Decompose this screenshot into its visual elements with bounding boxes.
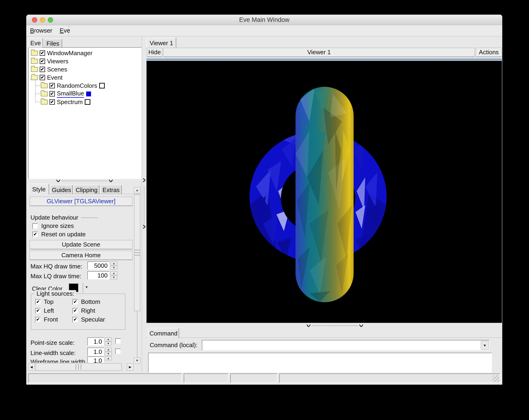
tree-item-label[interactable]: Event xyxy=(47,74,63,81)
spin-up-button[interactable]: ▲ xyxy=(110,262,117,265)
tree-item-windowmanager[interactable]: WindowManager xyxy=(31,49,93,57)
tree-item-label[interactable]: Scenes xyxy=(47,66,67,73)
section-rule xyxy=(81,217,98,218)
tab-clipping[interactable]: Clipping xyxy=(74,185,99,194)
eve-tree-view[interactable]: WindowManager Viewers Scenes Event Rando… xyxy=(28,47,142,179)
folder-icon xyxy=(41,83,48,88)
command-output-area[interactable] xyxy=(148,353,492,373)
light-sources-title: Light sources: xyxy=(35,290,76,297)
scroll-down-button[interactable]: ▼ xyxy=(134,358,140,364)
tab-extras[interactable]: Extras xyxy=(100,185,122,194)
tree-checkbox[interactable] xyxy=(49,91,55,97)
point-size-value[interactable]: 1.0 xyxy=(87,337,104,346)
max-lq-spinner[interactable]: 100 ▲▼ xyxy=(87,271,117,280)
scroll-right-button[interactable]: ▶ xyxy=(127,363,133,371)
line-width-value[interactable]: 1.0 xyxy=(87,348,104,356)
window-title: Eve Main Window xyxy=(26,15,502,25)
folder-icon xyxy=(31,51,38,56)
tree-item-spectrum[interactable]: Spectrum xyxy=(36,98,90,106)
clear-color-dropdown-arrow[interactable]: ▼ xyxy=(85,285,88,289)
scroll-up-button[interactable]: ▲ xyxy=(134,187,140,193)
tree-checkbox[interactable] xyxy=(40,66,45,72)
tree-item-viewers[interactable]: Viewers xyxy=(31,57,68,65)
camera-home-button[interactable]: Camera Home xyxy=(30,251,132,260)
command-input-combo[interactable]: ▼ xyxy=(202,340,490,351)
tab-viewer-1[interactable]: Viewer 1 xyxy=(146,38,176,48)
reset-on-update-checkbox[interactable] xyxy=(32,232,38,237)
vscrollbar-thumb[interactable] xyxy=(134,195,140,311)
light-front-checkbox[interactable] xyxy=(35,317,41,322)
tree-item-label[interactable]: RandomColors xyxy=(57,82,97,89)
glviewer-button[interactable]: GLViewer [TGLSAViewer] xyxy=(30,197,132,206)
tree-panel-splitter[interactable]: > > xyxy=(57,179,112,183)
thumb-grip xyxy=(78,364,79,369)
main-vertical-splitter[interactable]: > > xyxy=(142,36,146,372)
update-scene-button[interactable]: Update Scene xyxy=(30,240,132,249)
color-marker-blue[interactable] xyxy=(86,92,91,96)
tree-item-scenes[interactable]: Scenes xyxy=(31,66,67,73)
splitter-dots xyxy=(62,181,107,181)
line-width-override-checkbox[interactable] xyxy=(115,349,121,354)
combo-dropdown-button[interactable]: ▼ xyxy=(481,341,489,350)
max-lq-value[interactable]: 100 xyxy=(87,271,110,280)
scroll-left-button[interactable]: ◀ xyxy=(28,363,35,371)
point-size-override-checkbox[interactable] xyxy=(115,338,121,344)
hide-button[interactable]: Hide xyxy=(147,48,162,57)
menu-browser[interactable]: Browser xyxy=(26,27,56,34)
tree-checkbox[interactable] xyxy=(40,58,45,64)
tab-files[interactable]: Files xyxy=(43,39,62,48)
spin-down-button[interactable]: ▼ xyxy=(110,276,117,279)
tree-item-label[interactable]: Spectrum xyxy=(57,98,83,106)
spin-up-button[interactable]: ▲ xyxy=(105,348,112,352)
tree-checkbox[interactable] xyxy=(49,83,55,89)
style-panel-vscrollbar[interactable]: ▲ ▼ xyxy=(134,187,140,364)
tree-checkbox[interactable] xyxy=(40,50,45,56)
hscrollbar-thumb[interactable] xyxy=(36,363,122,371)
light-right-checkbox[interactable] xyxy=(72,308,78,314)
tab-guides[interactable]: Guides xyxy=(50,185,73,194)
render-state-marker[interactable] xyxy=(85,99,90,105)
titlebar[interactable]: Eve Main Window xyxy=(26,15,502,25)
spin-down-button[interactable]: ▼ xyxy=(110,266,117,270)
point-size-spinner[interactable]: 1.0 ▲▼ xyxy=(87,337,112,346)
thumb-grip xyxy=(134,252,140,253)
splitter-dots xyxy=(312,326,358,326)
line-width-spinner[interactable]: 1.0 ▲▼ xyxy=(87,348,112,356)
light-top-checkbox[interactable] xyxy=(35,299,41,305)
tree-item-randomcolors[interactable]: RandomColors xyxy=(36,82,105,90)
splitter-chevron-icon: > xyxy=(143,178,145,183)
light-bottom-checkbox[interactable] xyxy=(72,299,78,305)
folder-icon xyxy=(41,92,48,96)
tree-connector xyxy=(36,102,40,102)
tree-item-smallblue[interactable]: SmallBlue xyxy=(36,90,91,98)
style-panel-hscrollbar[interactable]: ◀ ▶ xyxy=(28,363,133,371)
light-left-checkbox[interactable] xyxy=(35,308,41,314)
tab-command[interactable]: Command xyxy=(148,328,179,338)
thumb-grip xyxy=(81,364,82,369)
spin-up-button[interactable]: ▲ xyxy=(105,356,112,360)
spin-up-button[interactable]: ▲ xyxy=(110,271,117,275)
ignore-sizes-checkbox[interactable] xyxy=(32,223,38,229)
actions-button[interactable]: Actions xyxy=(476,48,502,57)
viewport-splitter[interactable]: > > xyxy=(307,324,363,328)
spin-down-button[interactable]: ▼ xyxy=(105,341,112,345)
tree-item-label[interactable]: WindowManager xyxy=(47,50,93,57)
spin-down-button[interactable]: ▼ xyxy=(105,352,112,356)
gl-viewport-canvas[interactable] xyxy=(146,61,502,323)
render-state-marker[interactable] xyxy=(99,83,105,89)
window-resize-grip[interactable] xyxy=(492,375,499,382)
max-hq-value[interactable]: 5000 xyxy=(87,262,110,270)
thumb-grip xyxy=(134,255,140,256)
spin-up-button[interactable]: ▲ xyxy=(105,337,112,341)
tab-eve[interactable]: Eve xyxy=(28,38,43,48)
viewer-title-bar[interactable]: Viewer 1 xyxy=(163,48,475,57)
light-specular-checkbox[interactable] xyxy=(72,317,78,322)
tree-checkbox[interactable] xyxy=(49,99,55,105)
tab-style[interactable]: Style xyxy=(29,184,49,194)
max-hq-spinner[interactable]: 5000 ▲▼ xyxy=(87,262,117,270)
tree-item-label-selected[interactable]: SmallBlue xyxy=(57,90,84,98)
tree-checkbox[interactable] xyxy=(40,75,45,80)
menu-eve[interactable]: Eve xyxy=(56,27,74,34)
tree-item-event[interactable]: Event xyxy=(31,74,63,81)
tree-item-label[interactable]: Viewers xyxy=(47,58,68,65)
